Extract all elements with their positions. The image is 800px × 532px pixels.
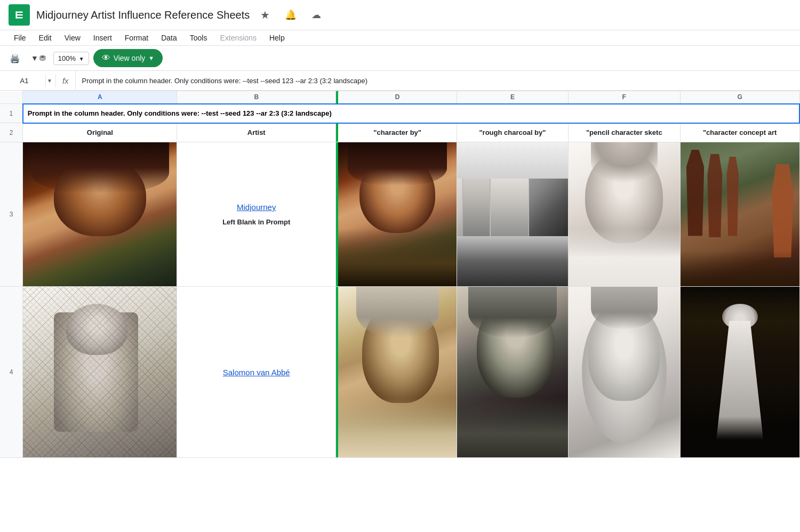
cell-A1-content: Prompt in the column header. Only condit… <box>23 106 799 120</box>
doc-title[interactable]: Midjourney Artist Influence Reference Sh… <box>36 8 250 22</box>
menu-data[interactable]: Data <box>156 30 182 45</box>
cell-B2[interactable]: Artist <box>177 123 336 142</box>
image-G3 <box>681 142 799 286</box>
image-A3 <box>23 142 177 286</box>
cell-F4[interactable] <box>568 287 680 458</box>
col-header-B[interactable]: B <box>177 91 336 104</box>
cell-reference[interactable]: A1 <box>3 75 46 87</box>
salomon-link[interactable]: Salomon van Abbé <box>181 366 331 379</box>
filter-button[interactable]: ▼ ⛃ <box>28 52 49 65</box>
row-num-2: 2 <box>0 123 23 142</box>
image-G4 <box>681 287 799 457</box>
menu-tools[interactable]: Tools <box>185 30 213 45</box>
row-num-1: 1 <box>0 104 23 123</box>
cell-D2-content: "character by" <box>338 126 457 139</box>
spreadsheet: A B D E F G 1 Prompt in the column heade… <box>0 91 800 458</box>
menu-extensions[interactable]: Extensions <box>214 30 261 45</box>
image-D4 <box>338 287 457 457</box>
cell-G4[interactable] <box>680 287 799 458</box>
svg-rect-4 <box>16 12 18 19</box>
cell-ref-dropdown-icon[interactable]: ▼ <box>47 78 52 84</box>
view-only-button[interactable]: 👁 View only ▼ <box>93 49 163 67</box>
zoom-level: 100% <box>58 54 76 62</box>
menu-format[interactable]: Format <box>119 30 154 45</box>
menu-edit[interactable]: Edit <box>34 30 57 45</box>
image-E3 <box>457 142 568 286</box>
cell-F2-content: "pencil character sketc <box>569 126 680 139</box>
row-2: 2 Original Artist "character by" "rough … <box>0 123 799 142</box>
cell-B2-content: Artist <box>177 126 335 139</box>
cell-F2[interactable]: "pencil character sketc <box>568 123 680 142</box>
row-4: 4 Salomon van Abbé <box>0 287 799 458</box>
cell-E4[interactable] <box>457 287 569 458</box>
app-icon <box>9 4 30 26</box>
formula-content: Prompt in the column header. Only condit… <box>76 74 800 88</box>
image-A4 <box>23 287 177 457</box>
cell-E2[interactable]: "rough charcoal by" <box>457 123 569 142</box>
cell-A2-content: Original <box>23 126 177 139</box>
col-header-E[interactable]: E <box>457 91 569 104</box>
cell-A3[interactable] <box>23 142 177 287</box>
image-F4 <box>569 287 680 457</box>
zoom-display[interactable]: 100% ▼ <box>53 52 89 65</box>
print-button[interactable]: 🖨️ <box>6 51 23 66</box>
title-bar: Midjourney Artist Influence Reference Sh… <box>0 0 800 30</box>
col-header-F[interactable]: F <box>568 91 680 104</box>
col-header-A[interactable]: A <box>23 91 177 104</box>
menu-view[interactable]: View <box>59 30 86 45</box>
formula-bar: A1 ▼ fx Prompt in the column header. Onl… <box>0 71 800 91</box>
cell-E3[interactable] <box>457 142 569 287</box>
zoom-dropdown-icon: ▼ <box>79 56 84 62</box>
image-F3 <box>569 142 680 286</box>
menu-insert[interactable]: Insert <box>88 30 117 45</box>
cell-G3[interactable] <box>680 142 799 287</box>
menu-file[interactable]: File <box>9 30 31 45</box>
corner-header <box>0 91 23 104</box>
title-area: Midjourney Artist Influence Reference Sh… <box>36 8 321 22</box>
cell-B4[interactable]: Salomon van Abbé <box>177 287 336 458</box>
spreadsheet-container: A B D E F G 1 Prompt in the column heade… <box>0 91 800 458</box>
cloud-icon[interactable]: ☁ <box>311 9 321 21</box>
midjourney-link[interactable]: Midjourney <box>234 200 279 214</box>
row-num-3: 3 <box>0 142 23 287</box>
row-3: 3 Midjourney Left Blank in Prompt <box>0 142 799 287</box>
eye-icon: 👁 <box>102 53 110 63</box>
view-only-dropdown-icon: ▼ <box>148 55 154 61</box>
image-E4 <box>457 287 568 457</box>
row-1: 1 Prompt in the column header. Only cond… <box>0 104 799 123</box>
left-blank-text: Left Blank in Prompt <box>219 216 293 228</box>
filter-icon: ▼ <box>31 54 38 62</box>
cell-B3[interactable]: Midjourney Left Blank in Prompt <box>177 142 336 287</box>
view-only-label: View only <box>114 54 146 62</box>
fx-label: fx <box>56 71 76 90</box>
alert-icon[interactable]: 🔔 <box>285 9 297 21</box>
menu-bar: File Edit View Insert Format Data Tools … <box>0 30 800 46</box>
cell-A1[interactable]: Prompt in the column header. Only condit… <box>23 104 799 123</box>
cell-A4[interactable] <box>23 287 177 458</box>
cell-G2-content: "character concept art <box>681 126 799 139</box>
col-header-D[interactable]: D <box>338 91 457 104</box>
cell-A2[interactable]: Original <box>23 123 177 142</box>
toolbar: 🖨️ ▼ ⛃ 100% ▼ 👁 View only ▼ <box>0 46 800 71</box>
menu-help[interactable]: Help <box>264 30 290 45</box>
filter-funnel-icon: ⛃ <box>39 54 46 62</box>
cell-D3[interactable] <box>338 142 457 287</box>
cell-D4[interactable] <box>338 287 457 458</box>
title-icons: ★ 🔔 ☁ <box>254 9 321 21</box>
row-num-4: 4 <box>0 287 23 458</box>
cell-F3[interactable] <box>568 142 680 287</box>
cell-E2-content: "rough charcoal by" <box>457 126 568 139</box>
star-icon[interactable]: ★ <box>260 9 270 21</box>
cell-G2[interactable]: "character concept art <box>680 123 799 142</box>
image-D3 <box>338 142 457 286</box>
col-header-G[interactable]: G <box>680 91 799 104</box>
cell-D2[interactable]: "character by" <box>338 123 457 142</box>
